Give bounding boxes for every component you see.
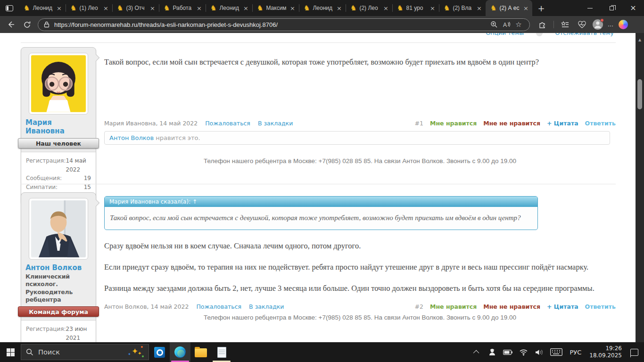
window-restore-button[interactable] bbox=[601, 0, 622, 16]
favorite-star-button[interactable]: ☆ bbox=[512, 19, 525, 30]
profile-button[interactable] bbox=[593, 19, 603, 30]
browser-tab-1[interactable]: ♞ Леонид × bbox=[19, 0, 66, 16]
tab-close-icon[interactable]: × bbox=[522, 5, 529, 11]
browser-tab-8[interactable]: ♞ (2) Лео × bbox=[346, 0, 392, 16]
tab-close-icon[interactable]: × bbox=[56, 5, 63, 11]
taskbar-search-box[interactable]: Поиск ✦ ✦ ✦ bbox=[21, 344, 149, 360]
tab-title: (2) А ес bbox=[499, 5, 520, 11]
zoom-page-button[interactable] bbox=[488, 19, 500, 30]
browser-tab-7[interactable]: ♞ Леонид × bbox=[299, 0, 346, 16]
settings-menu-button[interactable]: … bbox=[608, 21, 614, 28]
browser-tab-4[interactable]: ♞ Работа × bbox=[159, 0, 206, 16]
user-card-arrow bbox=[92, 54, 100, 62]
browser-tab-3[interactable]: ♞ (3) Отч × bbox=[112, 0, 159, 16]
likes-text: нравится это. bbox=[154, 134, 200, 141]
read-aloud-button[interactable]: A bbox=[500, 19, 512, 30]
copilot-sparkles-icon: ✦ ✦ ✦ bbox=[128, 346, 144, 359]
volume-button[interactable] bbox=[533, 342, 545, 362]
browser-window: ♞ Леонид × ♞ (1) Лео × ♞ (3) Отч × ♞ Раб… bbox=[0, 0, 644, 362]
address-bar[interactable]: https://forum-nenormarehab.ru/threads/a-… bbox=[38, 18, 530, 31]
forum-favicon-icon: ♞ bbox=[70, 5, 76, 12]
post2-report-link[interactable]: Пожаловаться bbox=[196, 303, 241, 310]
show-hidden-icons-button[interactable] bbox=[471, 342, 483, 362]
post2-dislike-link[interactable]: Мне не нравится bbox=[483, 303, 540, 310]
new-tab-button[interactable]: + bbox=[534, 1, 548, 15]
back-button[interactable] bbox=[3, 17, 19, 32]
page-scrollbar[interactable]: ▲ bbox=[636, 33, 644, 342]
quoted-message[interactable]: Мария Ивановна сказал(а): ↑ Такой вопрос… bbox=[104, 196, 538, 230]
taskbar-notepad-button[interactable] bbox=[211, 342, 232, 362]
tab-actions-button[interactable] bbox=[0, 0, 19, 16]
post2-number[interactable]: #2 bbox=[415, 303, 423, 310]
thread-options-link[interactable]: Опции темы bbox=[486, 33, 524, 36]
toolbar-extensions-area: … bbox=[537, 17, 628, 32]
language-indicator[interactable]: РУС bbox=[568, 349, 583, 356]
tab-close-icon[interactable]: × bbox=[429, 5, 436, 11]
tab-title: 81 уро bbox=[406, 5, 426, 11]
start-button[interactable] bbox=[0, 342, 21, 362]
tab-close-icon[interactable]: × bbox=[289, 5, 296, 11]
post2-quote-link[interactable]: + Цитата bbox=[547, 303, 578, 310]
browser-tab-2[interactable]: ♞ (1) Лео × bbox=[66, 0, 112, 16]
tab-actions-icon bbox=[6, 5, 13, 11]
refresh-button[interactable] bbox=[19, 17, 35, 32]
browser-tab-active[interactable]: ♞ (2) А ес × bbox=[486, 0, 532, 16]
browser-tab-10[interactable]: ♞ (2) Вла × bbox=[439, 0, 486, 16]
tray-people-button[interactable] bbox=[486, 342, 498, 362]
quote-text: Такой вопрос, если мой сын встречается с… bbox=[105, 207, 537, 230]
liker-username-link[interactable]: Антон Волков bbox=[109, 134, 154, 141]
copilot-button[interactable] bbox=[619, 20, 628, 29]
tab-close-icon[interactable]: × bbox=[242, 5, 249, 11]
post1-report-link[interactable]: Пожаловаться bbox=[205, 120, 250, 127]
puzzle-icon bbox=[538, 20, 547, 29]
window-close-button[interactable]: × bbox=[622, 0, 644, 16]
network-status-button[interactable] bbox=[517, 342, 529, 362]
taskbar-edge-button[interactable] bbox=[170, 342, 190, 362]
post1-dislike-link[interactable]: Мне не нравится bbox=[483, 120, 540, 127]
tab-close-icon[interactable]: × bbox=[102, 5, 109, 11]
extensions-button[interactable] bbox=[537, 17, 549, 32]
taskbar-clock[interactable]: 19:26 18.09.2025 bbox=[586, 345, 625, 359]
post1-avatar[interactable] bbox=[29, 53, 88, 115]
speaker-icon bbox=[535, 349, 544, 356]
scrollbar-thumb[interactable] bbox=[637, 79, 642, 109]
post2-reply-link[interactable]: Ответить bbox=[585, 303, 616, 310]
clock-date: 18.09.2025 bbox=[589, 352, 622, 359]
tab-close-icon[interactable]: × bbox=[382, 5, 389, 11]
post1-reply-link[interactable]: Ответить bbox=[585, 120, 616, 127]
tab-close-icon[interactable]: × bbox=[336, 5, 343, 11]
battery-status-button[interactable] bbox=[502, 342, 514, 362]
quote-header[interactable]: Мария Ивановна сказал(а): ↑ bbox=[105, 197, 537, 207]
watch-thread-link[interactable]: Отслеживать тему bbox=[555, 33, 614, 36]
url-text[interactable]: https://forum-nenormarehab.ru/threads/a-… bbox=[54, 21, 488, 28]
post2-bookmark-link[interactable]: В закладки bbox=[249, 303, 284, 310]
post1-quote-link[interactable]: + Цитата bbox=[547, 120, 578, 127]
star-icon: ☆ bbox=[515, 20, 521, 29]
post2-avatar[interactable] bbox=[29, 198, 88, 260]
battery-icon bbox=[503, 350, 512, 355]
post2-like-link[interactable]: Мне нравится bbox=[430, 303, 477, 310]
browser-tab-9[interactable]: ♞ 81 уро × bbox=[392, 0, 439, 16]
tab-close-icon[interactable]: × bbox=[196, 5, 203, 11]
post1-bookmark-link[interactable]: В закладки bbox=[258, 120, 293, 127]
tab-close-icon[interactable]: × bbox=[476, 5, 483, 11]
post2-user-title: Клинический психолог. Руководитель ребце… bbox=[21, 272, 96, 304]
action-center-button[interactable] bbox=[628, 342, 640, 362]
browser-essentials-button[interactable] bbox=[576, 17, 588, 32]
taskbar-outlook-button[interactable] bbox=[149, 342, 170, 362]
browser-tab-5[interactable]: ♞ Леонид × bbox=[206, 0, 252, 16]
post1-number[interactable]: #1 bbox=[415, 120, 423, 127]
post1-like-link[interactable]: Мне нравится bbox=[430, 120, 477, 127]
window-minimize-button[interactable] bbox=[579, 0, 601, 16]
scroll-up-arrow-icon[interactable]: ▲ bbox=[636, 38, 644, 42]
thread-options-chevron-icon bbox=[536, 33, 543, 36]
browser-tab-6[interactable]: ♞ Максим × bbox=[252, 0, 299, 16]
post1-username[interactable]: Мария Ивановна bbox=[21, 115, 96, 135]
post1-author-date: Мария Ивановна, 14 май 2022 bbox=[104, 120, 198, 127]
touch-keyboard-button[interactable] bbox=[548, 342, 564, 362]
taskbar-explorer-button[interactable] bbox=[190, 342, 211, 362]
post2-username[interactable]: Антон Волков bbox=[21, 260, 96, 272]
tab-close-icon[interactable]: × bbox=[149, 5, 156, 11]
favorites-bar-button[interactable] bbox=[559, 17, 571, 32]
back-arrow-icon bbox=[7, 20, 15, 29]
